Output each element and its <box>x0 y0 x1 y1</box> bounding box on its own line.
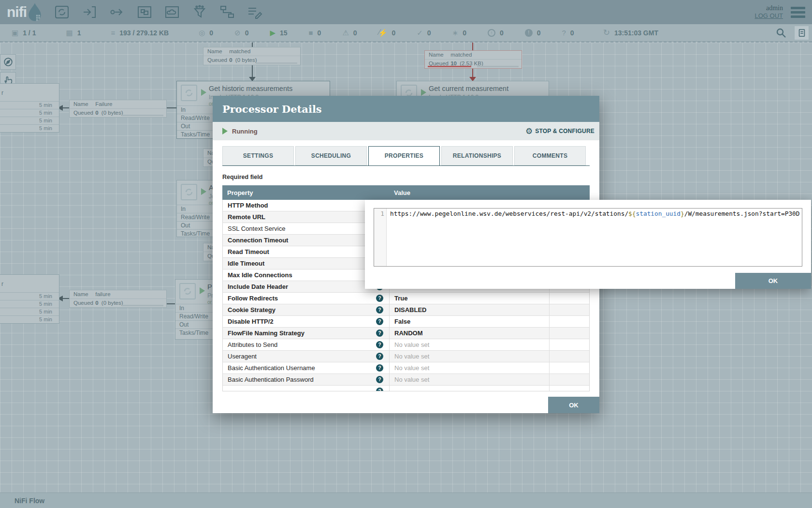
logo-text: nifi <box>7 0 27 24</box>
processor-stats: 5 min 5 min 5 min 5 min <box>0 101 59 132</box>
property-row[interactable]: Basic Authentication Password ? No value… <box>223 374 589 386</box>
funnel-tool-icon[interactable] <box>190 3 209 21</box>
status-icon: ■ <box>309 29 313 36</box>
help-icon[interactable]: ? <box>376 388 383 391</box>
property-name: HTTP Method <box>228 202 268 209</box>
property-name: Idle Timeout <box>228 260 264 267</box>
processor-name: P <box>207 283 212 291</box>
processor-icon <box>181 85 197 101</box>
help-icon[interactable]: ? <box>376 318 383 325</box>
dialog-tab[interactable]: SCHEDULING <box>295 146 367 165</box>
connection-line-alert <box>472 69 473 77</box>
queue-name-label: Name <box>429 51 449 59</box>
property-name: Read Timeout <box>228 248 269 255</box>
status-item: ↑ 0 <box>488 29 504 37</box>
queue-name-value: matched <box>229 48 250 54</box>
remote-process-group-tool-icon[interactable] <box>162 3 182 21</box>
property-row-end <box>549 316 589 327</box>
status-value: 0 <box>570 29 574 37</box>
connection-line <box>167 303 175 304</box>
required-field-label: Required field <box>222 174 590 180</box>
template-tool-icon[interactable] <box>218 3 237 21</box>
status-value: 0 <box>245 29 249 37</box>
property-row-end <box>549 339 589 350</box>
status-icon: ◎ <box>199 29 205 36</box>
property-row[interactable]: Useragent ? No value set <box>223 351 589 362</box>
dialog-ok-button[interactable]: OK <box>548 397 599 413</box>
queue-name-value: Failure <box>95 101 112 107</box>
status-icon: ▦ <box>66 29 72 36</box>
property-row[interactable]: FlowFile Naming Strategy ? RANDOM <box>223 328 589 339</box>
help-icon[interactable]: ? <box>376 364 383 372</box>
bulletin-board-button[interactable] <box>794 26 809 40</box>
status-icon: ⚡ <box>378 29 388 36</box>
processor-partial[interactable]: r 5 min 5 min 5 min 5 min <box>0 274 59 324</box>
global-menu-icon[interactable] <box>791 5 805 20</box>
connection-label[interactable]: Name failure Queued 0 (0 bytes) <box>69 290 167 308</box>
help-icon[interactable]: ? <box>376 329 383 337</box>
status-icon: ⚠ <box>342 29 348 36</box>
status-item: ∗ 0 <box>452 29 466 37</box>
backpressure-object-bar <box>72 115 116 116</box>
status-icon: ! <box>525 29 533 37</box>
process-group-tool-icon[interactable] <box>135 3 154 21</box>
connection-line-alert <box>472 43 473 50</box>
gear-icon: ⚙ <box>525 127 533 135</box>
refresh-icon[interactable]: ↻ <box>603 29 610 37</box>
backpressure-size-bar <box>256 62 297 64</box>
editor-ok-button[interactable]: OK <box>735 273 811 289</box>
property-name: SSL Context Service <box>228 225 285 232</box>
help-icon[interactable]: ? <box>376 306 383 314</box>
dialog-tab[interactable]: RELATIONSHIPS <box>441 146 513 165</box>
breadcrumb[interactable]: NiFi Flow <box>14 497 44 505</box>
property-row[interactable]: Basic Authentication Username ? No value… <box>223 362 589 374</box>
remote-url-value[interactable]: https://www.pegelonline.wsv.de/webservic… <box>387 209 800 266</box>
input-port-tool-icon[interactable] <box>80 3 99 21</box>
connection-label[interactable]: Name matched Queued 0 (0 bytes) <box>203 47 301 65</box>
logout-link[interactable]: LOG OUT <box>754 12 783 20</box>
property-row[interactable]: Disable HTTP/2 ? False <box>223 316 589 328</box>
property-row[interactable]: Cookie Strategy ? DISABLED <box>223 304 589 316</box>
status-value: 0 <box>318 29 321 37</box>
navigate-compass-button[interactable] <box>0 54 16 70</box>
processor-icon <box>181 184 197 200</box>
refresh-time: 13:51:03 GMT <box>614 29 658 37</box>
connection-line <box>252 65 253 77</box>
status-item: ? 0 <box>562 29 574 37</box>
label-tool-icon[interactable] <box>245 3 264 21</box>
help-icon[interactable]: ? <box>376 341 383 348</box>
help-icon[interactable]: ? <box>376 353 383 360</box>
property-name: Useragent <box>228 353 257 360</box>
running-indicator-icon <box>200 287 205 294</box>
property-row[interactable]: ? <box>223 386 589 391</box>
status-icon: ? <box>562 29 566 36</box>
property-row[interactable]: Follow Redirects ? True <box>223 293 589 304</box>
help-icon[interactable]: ? <box>376 376 383 383</box>
status-item: ≡ 193 / 279.12 KB <box>111 29 169 37</box>
value-editor-panel: 1 https://www.pegelonline.wsv.de/webserv… <box>365 200 811 289</box>
queue-name-label: Name <box>73 100 94 108</box>
processor-tool-icon[interactable] <box>52 3 72 21</box>
property-value: DISABLED <box>394 306 426 314</box>
connection-label[interactable]: Name matched Queued 10 (2.53 KB) <box>424 50 522 69</box>
property-name: Basic Authentication Username <box>228 364 315 372</box>
dialog-tab[interactable]: SETTINGS <box>222 146 294 165</box>
property-row[interactable]: Attributes to Send ? No value set <box>223 339 589 351</box>
dialog-tab[interactable]: COMMENTS <box>514 146 586 165</box>
dialog-tab[interactable]: PROPERTIES <box>368 146 440 166</box>
help-icon[interactable]: ? <box>376 295 383 302</box>
value-editor[interactable]: 1 https://www.pegelonline.wsv.de/webserv… <box>374 208 802 267</box>
processor-partial[interactable]: r 5 min 5 min 5 min 5 min <box>0 83 59 133</box>
status-icon: ✓ <box>417 29 423 36</box>
stop-and-configure-button[interactable]: ⚙ STOP & CONFIGURE <box>525 127 594 135</box>
connection-label[interactable]: Name Failure Queued 0 (0 bytes) <box>69 100 167 118</box>
status-item: ▦ 1 <box>66 29 81 37</box>
el-close: } <box>681 210 684 217</box>
output-port-tool-icon[interactable] <box>107 3 127 21</box>
status-item: ⚡ 0 <box>378 29 396 37</box>
status-value: 0 <box>537 29 541 37</box>
search-icon[interactable] <box>773 26 789 40</box>
el-variable: station_uuid <box>636 210 681 217</box>
dialog-title: Processor Details <box>213 103 322 115</box>
processor-name-fragment: r <box>1 281 3 287</box>
